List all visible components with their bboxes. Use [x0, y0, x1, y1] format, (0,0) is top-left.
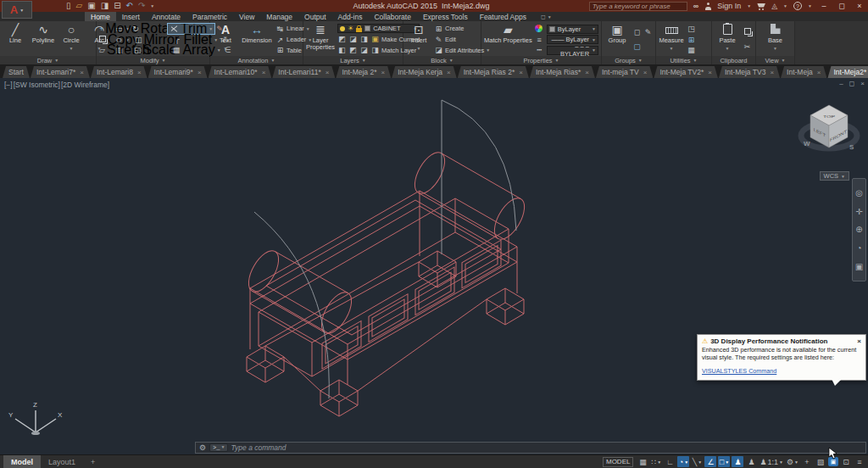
ribbon-tab-featured-apps[interactable]: Featured Apps	[474, 12, 532, 21]
file-tab[interactable]: Int-Meja Rias*×	[530, 66, 595, 78]
polar-tracking-toggle[interactable]: ◔▼	[677, 456, 689, 467]
graphics-performance-button[interactable]: ▧	[815, 456, 826, 467]
viewcube[interactable]: W S TOP LEFT FRONT	[797, 92, 861, 176]
visualstyles-command-link[interactable]: VISUALSTYLES Command	[702, 367, 776, 375]
pan-icon[interactable]: ✛	[855, 207, 862, 216]
sign-in-dropdown-icon[interactable]: ▼	[747, 3, 751, 8]
annotation-scale-button[interactable]: ♟1:1▼	[759, 456, 784, 467]
close-tab-icon[interactable]: ×	[198, 69, 202, 76]
close-tab-icon[interactable]: ×	[643, 69, 648, 76]
layer-properties-button[interactable]: ≣Layer Properties	[306, 23, 335, 56]
compass-south-label[interactable]: S	[849, 143, 854, 151]
ungroup-icon[interactable]: ◻	[632, 28, 642, 36]
save-icon[interactable]: ▣	[87, 2, 95, 10]
file-tab[interactable]: Int-Meja TV2*×	[654, 66, 717, 78]
visual-style-control[interactable]: [2D Wireframe]	[61, 81, 109, 89]
close-tab-icon[interactable]: ×	[262, 69, 266, 76]
file-tab[interactable]: Int-Lemari9*×	[148, 66, 208, 78]
wcs-dropdown[interactable]: WCS▼	[820, 171, 849, 181]
file-tab[interactable]: Int-meja TV×	[596, 66, 653, 78]
application-menu-button[interactable]: A ▼	[2, 1, 32, 19]
doc-restore-icon[interactable]: ◻	[849, 80, 855, 87]
redo-icon[interactable]: ↷	[138, 2, 145, 10]
workspace-switching-button[interactable]: ⚙▼	[786, 456, 799, 467]
open-folder-icon[interactable]: ▱	[76, 2, 83, 10]
file-tab[interactable]: Int-Lemari8×	[91, 66, 147, 78]
quick-select-icon[interactable]: ◳	[687, 25, 696, 33]
autoscale-toggle[interactable]: ♟	[745, 456, 757, 467]
close-tab-icon[interactable]: ×	[447, 69, 451, 76]
properties-panel-label[interactable]: Properties▼	[481, 56, 601, 64]
object-color-dropdown[interactable]: ByLayer▼	[547, 25, 598, 34]
paste-button[interactable]: Paste▼	[715, 23, 740, 56]
notification-close-icon[interactable]: ×	[857, 337, 861, 345]
group-button[interactable]: ▣Group	[604, 23, 630, 56]
help-dropdown-icon[interactable]: ▼	[808, 3, 812, 8]
close-tab-icon[interactable]: ×	[381, 69, 385, 76]
dimension-button[interactable]: ↔Dimension	[241, 23, 273, 56]
customize-menu-button[interactable]: ≡	[854, 456, 865, 467]
help-icon[interactable]: ?	[793, 2, 802, 10]
copy-clip-icon[interactable]	[743, 28, 752, 36]
showmotion-icon[interactable]: ▣	[855, 262, 863, 271]
circle-button[interactable]: ○Circle▼	[58, 23, 84, 56]
close-button[interactable]: ×	[854, 2, 865, 10]
ribbon-tab-insert[interactable]: Insert	[116, 12, 146, 21]
clean-screen-button[interactable]: ⊡	[840, 456, 852, 467]
layout1-tab[interactable]: Layout1	[41, 455, 83, 468]
object-snap-toggle[interactable]: □▼	[718, 456, 730, 467]
group-edit-icon[interactable]: ✎	[643, 28, 653, 36]
ribbon-tab-annotate[interactable]: Annotate	[146, 12, 186, 21]
text-button[interactable]: AText▼	[213, 23, 238, 56]
file-tab[interactable]: Int-Meja Rias 2*×	[458, 66, 529, 78]
file-tab[interactable]: Int-Lemari11*×	[272, 66, 335, 78]
file-tab-start[interactable]: Start	[3, 66, 30, 78]
restore-button[interactable]: ◻	[836, 2, 848, 10]
command-line[interactable]: ⚙ >_▼ Type a command	[195, 442, 866, 454]
ribbon-tab-express-tools[interactable]: Express Tools	[417, 12, 474, 21]
ribbon-tab-addins[interactable]: Add-ins	[332, 12, 369, 21]
undo-icon[interactable]: ↶	[126, 2, 133, 10]
snap-mode-toggle[interactable]: ∷▼	[650, 456, 662, 467]
plot-icon[interactable]: ⊟	[114, 2, 120, 10]
minimize-button[interactable]: –	[818, 2, 830, 10]
file-tab[interactable]: Int-Lemari7*×	[31, 66, 90, 78]
polyline-button[interactable]: ∿Polyline	[31, 23, 56, 56]
cut-icon[interactable]: ✂	[743, 42, 752, 51]
ribbon-tab-home[interactable]: Home	[85, 12, 116, 21]
recent-commands-button[interactable]: >_▼	[209, 443, 227, 452]
quick-calc-icon[interactable]: ⊞	[687, 36, 696, 44]
ortho-mode-toggle[interactable]: ∟	[664, 456, 676, 467]
a360-dropdown-icon[interactable]: ▼	[783, 3, 787, 8]
ribbon-tab-output[interactable]: Output	[298, 12, 332, 21]
group-selection-icon[interactable]: ▢	[632, 42, 642, 51]
block-panel-label[interactable]: Block▼	[403, 56, 481, 64]
doc-minimize-icon[interactable]: –	[839, 80, 843, 87]
file-tab[interactable]: Int-Meja×	[781, 66, 826, 78]
customization-plus-button[interactable]: +	[801, 456, 813, 467]
command-customize-icon[interactable]: ⚙	[199, 443, 206, 452]
command-input[interactable]: Type a command	[231, 443, 287, 452]
autodesk360-icon[interactable]: ◬	[771, 2, 777, 10]
line-button[interactable]: ╱Line	[3, 23, 28, 56]
close-tab-icon[interactable]: ×	[326, 69, 330, 76]
close-tab-icon[interactable]: ×	[770, 69, 774, 76]
view-panel-label[interactable]: View▼	[756, 56, 794, 64]
save-as-icon[interactable]: ◨	[101, 2, 108, 10]
file-tab-active[interactable]: Int-Meja2*×	[827, 66, 868, 78]
zoom-icon[interactable]: ⊕	[855, 225, 862, 234]
groups-panel-label[interactable]: Groups▼	[602, 56, 655, 64]
compass-west-label[interactable]: W	[804, 140, 810, 148]
drawing-canvas[interactable]: [−] [SW Isometric] [2D Wireframe] – ◻ ×	[0, 78, 868, 454]
search-binoculars-icon[interactable]: ∞	[693, 2, 698, 10]
new-file-icon[interactable]: ▯	[66, 2, 71, 10]
close-tab-icon[interactable]: ×	[708, 69, 712, 76]
close-tab-icon[interactable]: ×	[519, 69, 523, 76]
qat-dropdown-icon[interactable]: ▼	[150, 2, 154, 10]
base-view-button[interactable]: Base▼	[763, 23, 788, 56]
view-control[interactable]: [SW Isometric]	[14, 81, 60, 89]
isometric-drafting-toggle[interactable]: ╲▼	[691, 456, 703, 467]
draw-panel-label[interactable]: Draw▼	[0, 56, 96, 64]
model-tab[interactable]: Model	[3, 455, 41, 468]
layers-panel-label[interactable]: Layers▼	[303, 56, 403, 64]
